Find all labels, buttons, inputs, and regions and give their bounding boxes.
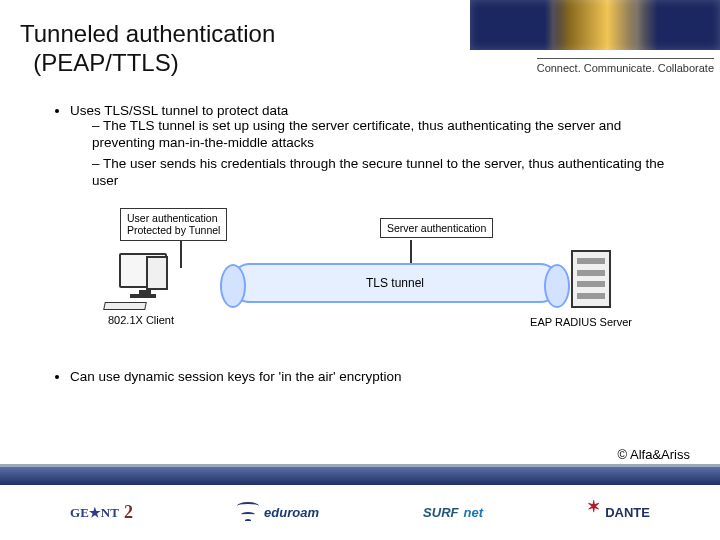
- tls-tunnel-diagram: User authentication Protected by Tunnel …: [80, 208, 640, 343]
- sub-bullet-1b: The user sends his credentials through t…: [92, 156, 680, 190]
- sub-bullet-1a: The TLS tunnel is set up using the serve…: [92, 118, 680, 152]
- client-computer-icon: [98, 253, 188, 310]
- footer-band: [0, 467, 720, 485]
- server-auth-label-box: Server authentication: [380, 218, 493, 239]
- tls-tunnel-shape: TLS tunnel: [230, 263, 560, 303]
- tagline: Connect. Communicate. Collaborate: [537, 58, 714, 74]
- geant2-logo: GE★NT2: [70, 502, 133, 523]
- wifi-icon: [237, 502, 259, 524]
- server-label: EAP RADIUS Server: [530, 316, 632, 328]
- client-tower-icon: [146, 256, 168, 290]
- slide-title: Tunneled authentication (PEAP/TTLS): [20, 20, 275, 78]
- tunnel-label: TLS tunnel: [366, 276, 424, 290]
- star-icon: ✶: [587, 497, 600, 516]
- header-banner-image: [470, 0, 720, 50]
- client-label: 802.1X Client: [108, 314, 174, 326]
- eduroam-logo: eduroam: [237, 502, 319, 524]
- server-icon: [556, 250, 626, 308]
- footer-logos: GE★NT2 eduroam SURFnet ✶DANTE: [0, 485, 720, 540]
- user-auth-label-box: User authentication Protected by Tunnel: [120, 208, 227, 241]
- bullet-1: Uses TLS/SSL tunnel to protect data The …: [70, 103, 680, 190]
- dante-logo: ✶DANTE: [587, 503, 650, 522]
- surfnet-logo: SURFnet: [423, 505, 483, 520]
- copyright: © Alfa&Ariss: [618, 447, 690, 462]
- bullet-2: Can use dynamic session keys for 'in the…: [70, 369, 680, 384]
- slide-body: Uses TLS/SSL tunnel to protect data The …: [0, 85, 720, 384]
